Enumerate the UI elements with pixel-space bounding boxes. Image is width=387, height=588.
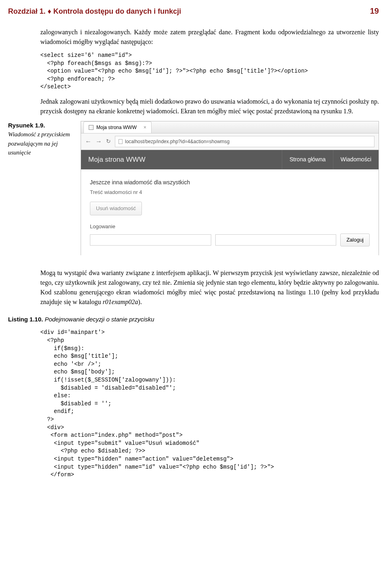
close-icon[interactable]: × bbox=[144, 124, 146, 131]
page-icon bbox=[89, 125, 94, 130]
listing-number: Listing 1.10. bbox=[8, 316, 43, 323]
listing-title: Podejmowanie decyzji o stanie przycisku bbox=[45, 316, 154, 323]
url-text: localhost/bezp/index.php?id=4&action=sho… bbox=[125, 138, 230, 145]
reload-icon[interactable]: ↻ bbox=[106, 137, 111, 146]
tab-title: Moja strona WWW bbox=[96, 124, 137, 131]
delete-message-button[interactable]: Usuń wiadomość bbox=[90, 202, 142, 215]
code-block-1: <select size='6' name="id"> <?php foreac… bbox=[40, 52, 379, 91]
username-input[interactable] bbox=[90, 234, 211, 246]
paragraph-1: zalogowanych i niezalogowanych. Każdy mo… bbox=[40, 27, 379, 47]
browser-tab-bar: Moja strona WWW × bbox=[81, 121, 379, 133]
paragraph-3: Mogą tu wystąpić dwa warianty związane z… bbox=[40, 268, 379, 307]
site-navbar: Moja strona WWW Strona główna Wiadomości bbox=[81, 150, 379, 169]
file-icon bbox=[119, 139, 123, 144]
figure-caption: Rysunek 1.9. Wiadomość z przyciskiem poz… bbox=[8, 121, 81, 157]
back-icon[interactable]: ← bbox=[85, 137, 92, 146]
browser-screenshot: Moja strona WWW × ← → ↻ localhost/bezp/i… bbox=[81, 121, 379, 255]
site-title: Moja strona WWW bbox=[81, 154, 282, 165]
message-title: Jeszcze inna wiadomość dla wszystkich bbox=[90, 178, 370, 187]
nav-home[interactable]: Strona główna bbox=[282, 150, 333, 169]
browser-tab[interactable]: Moja strona WWW × bbox=[83, 121, 152, 133]
catalog-ref: r01examp02a bbox=[103, 298, 138, 305]
site-body: Jeszcze inna wiadomość dla wszystkich Tr… bbox=[81, 169, 379, 255]
login-section-label: Logowanie bbox=[90, 223, 370, 231]
figure-number: Rysunek 1.9. bbox=[8, 122, 45, 129]
forward-icon[interactable]: → bbox=[96, 137, 102, 146]
code-block-2: <div id='mainpart'> <?php if($msg): echo… bbox=[40, 329, 379, 479]
message-body: Treść wiadomości nr 4 bbox=[90, 188, 370, 196]
page-number: 19 bbox=[370, 5, 379, 17]
chapter-title: Rozdział 1. ♦ Kontrola dostępu do danych… bbox=[8, 6, 181, 17]
listing-header: Listing 1.10. Podejmowanie decyzji o sta… bbox=[8, 315, 379, 324]
password-input[interactable] bbox=[215, 234, 337, 246]
browser-toolbar: ← → ↻ localhost/bezp/index.php?id=4&acti… bbox=[81, 133, 379, 150]
nav-messages[interactable]: Wiadomości bbox=[333, 150, 379, 169]
url-bar[interactable]: localhost/bezp/index.php?id=4&action=sho… bbox=[115, 136, 375, 147]
page-header: Rozdział 1. ♦ Kontrola dostępu do danych… bbox=[8, 0, 379, 19]
login-row: Zaloguj bbox=[90, 234, 370, 246]
paragraph-2: Jednak zalogowani użytkownicy będą mieli… bbox=[40, 97, 379, 116]
figure-1-9: Rysunek 1.9. Wiadomość z przyciskiem poz… bbox=[8, 121, 379, 255]
login-button[interactable]: Zaloguj bbox=[340, 234, 370, 246]
figure-description: Wiadomość z przyciskiem pozwalającym na … bbox=[8, 131, 70, 156]
